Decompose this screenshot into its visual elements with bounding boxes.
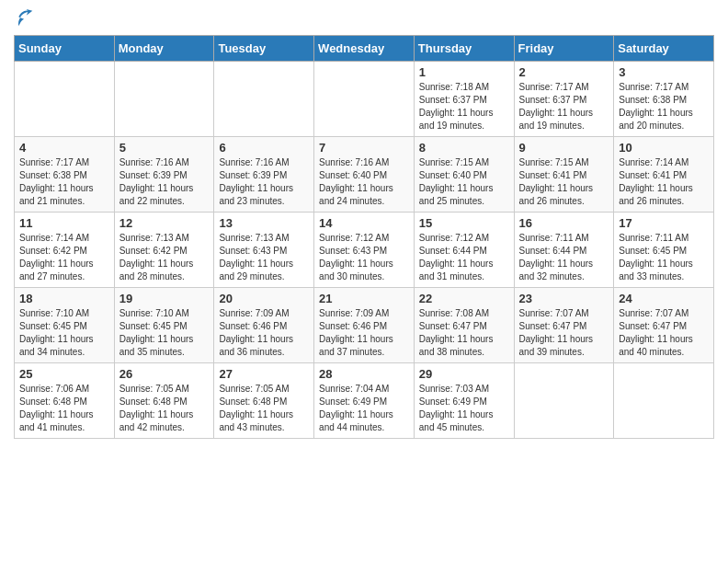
calendar-day: 16Sunrise: 7:11 AMSunset: 6:44 PMDayligh… [514, 213, 614, 288]
day-info: Sunrise: 7:16 AMSunset: 6:39 PMDaylight:… [219, 156, 309, 208]
day-number: 24 [619, 292, 709, 305]
day-info: Sunrise: 7:12 AMSunset: 6:44 PMDaylight:… [419, 232, 509, 283]
day-number: 16 [519, 216, 609, 230]
day-number: 6 [219, 141, 309, 155]
calendar-day: 18Sunrise: 7:10 AMSunset: 6:45 PMDayligh… [15, 288, 115, 363]
day-info: Sunrise: 7:18 AMSunset: 6:37 PMDaylight:… [419, 81, 509, 132]
day-info: Sunrise: 7:16 AMSunset: 6:39 PMDaylight:… [119, 156, 210, 208]
weekday-header-sunday: Sunday [15, 36, 115, 62]
day-info: Sunrise: 7:07 AMSunset: 6:47 PMDaylight:… [619, 307, 709, 359]
day-number: 10 [619, 141, 709, 155]
calendar-day: 20Sunrise: 7:09 AMSunset: 6:46 PMDayligh… [214, 288, 314, 363]
day-info: Sunrise: 7:06 AMSunset: 6:48 PMDaylight:… [19, 383, 109, 434]
day-info: Sunrise: 7:05 AMSunset: 6:48 PMDaylight:… [219, 383, 309, 434]
day-number: 1 [419, 65, 509, 79]
day-number: 14 [319, 216, 409, 230]
calendar-day: 27Sunrise: 7:05 AMSunset: 6:48 PMDayligh… [214, 363, 314, 439]
day-info: Sunrise: 7:12 AMSunset: 6:43 PMDaylight:… [319, 232, 409, 283]
calendar-day [614, 363, 714, 439]
day-info: Sunrise: 7:17 AMSunset: 6:38 PMDaylight:… [19, 156, 109, 208]
calendar-day: 4Sunrise: 7:17 AMSunset: 6:38 PMDaylight… [15, 137, 115, 213]
day-info: Sunrise: 7:11 AMSunset: 6:45 PMDaylight:… [619, 232, 709, 283]
calendar-day [214, 62, 314, 137]
calendar-day: 23Sunrise: 7:07 AMSunset: 6:47 PMDayligh… [514, 288, 614, 363]
day-info: Sunrise: 7:17 AMSunset: 6:38 PMDaylight:… [619, 81, 709, 132]
weekday-header-friday: Friday [514, 36, 614, 62]
day-info: Sunrise: 7:13 AMSunset: 6:42 PMDaylight:… [119, 232, 210, 283]
calendar-day: 3Sunrise: 7:17 AMSunset: 6:38 PMDaylight… [614, 62, 714, 137]
calendar-table: SundayMondayTuesdayWednesdayThursdayFrid… [14, 35, 714, 439]
calendar-day: 2Sunrise: 7:17 AMSunset: 6:37 PMDaylight… [514, 62, 614, 137]
day-info: Sunrise: 7:15 AMSunset: 6:41 PMDaylight:… [519, 156, 609, 208]
page-header [14, 9, 714, 28]
day-number: 4 [19, 141, 109, 155]
day-number: 23 [519, 292, 609, 305]
calendar-day: 26Sunrise: 7:05 AMSunset: 6:48 PMDayligh… [114, 363, 214, 439]
calendar-day: 6Sunrise: 7:16 AMSunset: 6:39 PMDaylight… [214, 137, 314, 213]
day-info: Sunrise: 7:09 AMSunset: 6:46 PMDaylight:… [219, 307, 309, 359]
day-info: Sunrise: 7:10 AMSunset: 6:45 PMDaylight:… [119, 307, 210, 359]
calendar-day [15, 62, 115, 137]
day-info: Sunrise: 7:16 AMSunset: 6:40 PMDaylight:… [319, 156, 409, 208]
day-info: Sunrise: 7:09 AMSunset: 6:46 PMDaylight:… [319, 307, 409, 359]
bird-icon [16, 9, 34, 28]
day-number: 12 [119, 216, 210, 230]
calendar-day: 8Sunrise: 7:15 AMSunset: 6:40 PMDaylight… [414, 137, 514, 213]
day-number: 9 [519, 141, 609, 155]
day-number: 15 [419, 216, 509, 230]
calendar-day: 9Sunrise: 7:15 AMSunset: 6:41 PMDaylight… [514, 137, 614, 213]
weekday-header-monday: Monday [114, 36, 214, 62]
day-number: 28 [319, 367, 409, 381]
day-number: 3 [619, 65, 709, 79]
day-number: 7 [319, 141, 409, 155]
calendar-week-5: 25Sunrise: 7:06 AMSunset: 6:48 PMDayligh… [15, 363, 714, 439]
weekday-header-wednesday: Wednesday [314, 36, 415, 62]
calendar-day: 1Sunrise: 7:18 AMSunset: 6:37 PMDaylight… [414, 62, 514, 137]
calendar-day [514, 363, 614, 439]
calendar-week-2: 4Sunrise: 7:17 AMSunset: 6:38 PMDaylight… [15, 137, 714, 213]
day-number: 21 [319, 292, 409, 305]
calendar-week-3: 11Sunrise: 7:14 AMSunset: 6:42 PMDayligh… [15, 213, 714, 288]
calendar-day: 7Sunrise: 7:16 AMSunset: 6:40 PMDaylight… [314, 137, 415, 213]
calendar-day: 15Sunrise: 7:12 AMSunset: 6:44 PMDayligh… [414, 213, 514, 288]
day-number: 25 [19, 367, 109, 381]
calendar-day: 10Sunrise: 7:14 AMSunset: 6:41 PMDayligh… [614, 137, 714, 213]
calendar-day: 19Sunrise: 7:10 AMSunset: 6:45 PMDayligh… [114, 288, 214, 363]
day-info: Sunrise: 7:15 AMSunset: 6:40 PMDaylight:… [419, 156, 509, 208]
weekday-header-thursday: Thursday [414, 36, 514, 62]
calendar-week-1: 1Sunrise: 7:18 AMSunset: 6:37 PMDaylight… [15, 62, 714, 137]
day-info: Sunrise: 7:11 AMSunset: 6:44 PMDaylight:… [519, 232, 609, 283]
day-number: 19 [119, 292, 210, 305]
day-number: 27 [219, 367, 309, 381]
day-info: Sunrise: 7:14 AMSunset: 6:42 PMDaylight:… [19, 232, 109, 283]
day-number: 29 [419, 367, 509, 381]
calendar-day: 22Sunrise: 7:08 AMSunset: 6:47 PMDayligh… [414, 288, 514, 363]
day-info: Sunrise: 7:08 AMSunset: 6:47 PMDaylight:… [419, 307, 509, 359]
day-number: 13 [219, 216, 309, 230]
calendar-day: 28Sunrise: 7:04 AMSunset: 6:49 PMDayligh… [314, 363, 415, 439]
day-number: 26 [119, 367, 210, 381]
day-number: 17 [619, 216, 709, 230]
calendar-day: 13Sunrise: 7:13 AMSunset: 6:43 PMDayligh… [214, 213, 314, 288]
day-number: 5 [119, 141, 210, 155]
day-number: 11 [19, 216, 109, 230]
day-info: Sunrise: 7:04 AMSunset: 6:49 PMDaylight:… [319, 383, 409, 434]
day-number: 20 [219, 292, 309, 305]
calendar-day: 11Sunrise: 7:14 AMSunset: 6:42 PMDayligh… [15, 213, 115, 288]
day-info: Sunrise: 7:07 AMSunset: 6:47 PMDaylight:… [519, 307, 609, 359]
logo [14, 9, 36, 28]
calendar-day: 12Sunrise: 7:13 AMSunset: 6:42 PMDayligh… [114, 213, 214, 288]
day-info: Sunrise: 7:13 AMSunset: 6:43 PMDaylight:… [219, 232, 309, 283]
calendar-day: 24Sunrise: 7:07 AMSunset: 6:47 PMDayligh… [614, 288, 714, 363]
day-number: 2 [519, 65, 609, 79]
calendar-day: 14Sunrise: 7:12 AMSunset: 6:43 PMDayligh… [314, 213, 415, 288]
weekday-header-tuesday: Tuesday [214, 36, 314, 62]
day-number: 18 [19, 292, 109, 305]
calendar-day: 17Sunrise: 7:11 AMSunset: 6:45 PMDayligh… [614, 213, 714, 288]
day-info: Sunrise: 7:05 AMSunset: 6:48 PMDaylight:… [119, 383, 210, 434]
calendar-day: 29Sunrise: 7:03 AMSunset: 6:49 PMDayligh… [414, 363, 514, 439]
calendar-day: 5Sunrise: 7:16 AMSunset: 6:39 PMDaylight… [114, 137, 214, 213]
day-number: 8 [419, 141, 509, 155]
calendar-day: 21Sunrise: 7:09 AMSunset: 6:46 PMDayligh… [314, 288, 415, 363]
day-info: Sunrise: 7:14 AMSunset: 6:41 PMDaylight:… [619, 156, 709, 208]
